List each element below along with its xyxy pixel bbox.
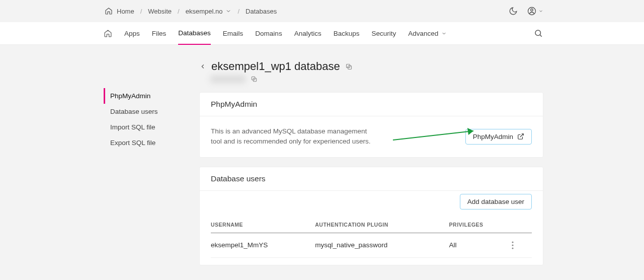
phpmyadmin-card: PhpMyAdmin This is an advanced MySQL dat… xyxy=(199,92,543,158)
sidebar-item-import-sql[interactable]: Import SQL file xyxy=(104,119,184,135)
svg-point-12 xyxy=(512,244,513,246)
nav-advanced-label: Advanced xyxy=(408,30,438,37)
nav-emails[interactable]: Emails xyxy=(223,22,244,44)
more-vertical-icon xyxy=(512,241,514,249)
col-username: USERNAME xyxy=(211,217,315,233)
chevron-down-icon xyxy=(225,8,231,14)
row-actions-menu[interactable] xyxy=(512,233,532,257)
account-menu[interactable] xyxy=(527,6,543,16)
breadcrumb-separator: / xyxy=(178,8,180,15)
nav-databases[interactable]: Databases xyxy=(178,23,211,45)
search-icon xyxy=(534,29,543,38)
open-phpmyadmin-button[interactable]: PhpMyAdmin xyxy=(465,129,532,145)
breadcrumb-separator: / xyxy=(237,8,239,15)
sidebar-item-export-sql[interactable]: Export SQL file xyxy=(104,135,184,151)
user-icon xyxy=(527,7,536,16)
copy-icon xyxy=(251,76,258,83)
breadcrumb-website[interactable]: Website xyxy=(148,8,172,15)
copy-title-button[interactable] xyxy=(345,63,353,71)
cell-username: eksempel1_MmYS xyxy=(211,233,315,257)
back-button[interactable] xyxy=(199,63,206,70)
nav-security[interactable]: Security xyxy=(371,22,396,44)
nav-home-icon[interactable] xyxy=(104,29,112,38)
home-icon xyxy=(104,6,114,16)
open-phpmyadmin-label: PhpMyAdmin xyxy=(473,133,513,141)
copy-icon xyxy=(345,63,353,71)
nav-backups[interactable]: Backups xyxy=(334,22,360,44)
chevron-down-icon xyxy=(441,31,447,36)
breadcrumb-home-label: Home xyxy=(117,8,134,15)
chevron-down-icon xyxy=(538,9,543,14)
sidebar-item-phpmyadmin[interactable]: PhpMyAdmin xyxy=(104,88,184,104)
nav-apps[interactable]: Apps xyxy=(124,22,140,44)
breadcrumb-databases[interactable]: Databases xyxy=(246,8,277,15)
breadcrumb: Home / Website / eksempel.no / Databases xyxy=(104,6,277,16)
col-privileges: PRIVILEGES xyxy=(449,217,512,233)
table-row: eksempel1_MmYS mysql_native_password All xyxy=(211,233,532,257)
breadcrumb-domain-label: eksempel.no xyxy=(186,8,223,15)
database-users-table: USERNAME AUTHENTICATION PLUGIN PRIVILEGE… xyxy=(211,217,532,258)
svg-line-8 xyxy=(520,134,523,137)
svg-point-1 xyxy=(531,9,533,12)
nav-advanced[interactable]: Advanced xyxy=(408,22,447,44)
database-users-card-title: Database users xyxy=(200,167,543,191)
nav-files[interactable]: Files xyxy=(152,22,167,44)
cell-privileges: All xyxy=(449,233,512,257)
moon-icon xyxy=(509,7,518,16)
svg-line-3 xyxy=(540,35,541,36)
sidebar: PhpMyAdmin Database users Import SQL fil… xyxy=(104,60,184,151)
breadcrumb-domain[interactable]: eksempel.no xyxy=(186,8,232,15)
home-icon xyxy=(104,29,112,38)
external-link-icon xyxy=(517,133,524,140)
obscured-host-value xyxy=(210,75,246,83)
sidebar-item-database-users[interactable]: Database users xyxy=(104,104,184,119)
chevron-left-icon xyxy=(199,63,206,70)
svg-point-13 xyxy=(512,247,513,249)
nav-domains[interactable]: Domains xyxy=(255,22,282,44)
svg-point-2 xyxy=(535,30,541,36)
svg-point-11 xyxy=(512,241,513,243)
dark-mode-toggle[interactable] xyxy=(508,6,518,16)
database-users-card: Database users Add database user USERNAM… xyxy=(199,167,543,265)
nav-analytics[interactable]: Analytics xyxy=(294,22,321,44)
breadcrumb-home[interactable]: Home xyxy=(104,6,134,16)
search-button[interactable] xyxy=(533,28,543,38)
page-title: eksempel1_wp1 database xyxy=(211,60,340,73)
copy-host-button[interactable] xyxy=(251,76,258,83)
cell-auth-plugin: mysql_native_password xyxy=(315,233,449,257)
phpmyadmin-card-title: PhpMyAdmin xyxy=(200,93,543,116)
phpmyadmin-description: This is an advanced MySQL database manag… xyxy=(211,126,372,147)
add-database-user-button[interactable]: Add database user xyxy=(460,194,532,209)
col-auth-plugin: AUTHENTICATION PLUGIN xyxy=(315,217,449,233)
breadcrumb-separator: / xyxy=(140,8,142,15)
